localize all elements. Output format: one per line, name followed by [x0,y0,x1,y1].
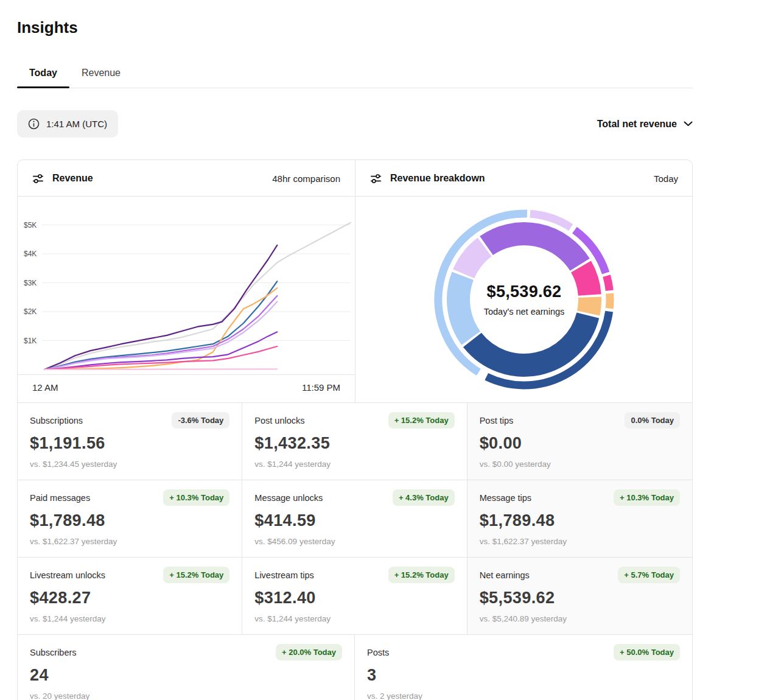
tab-revenue[interactable]: Revenue [69,68,133,88]
change-badge: + 5.7% Today [618,567,680,583]
stat-label: Message unlocks [254,493,323,503]
change-badge: + 20.0% Today [276,644,342,660]
revenue-range-label: 48hr comparison [272,173,340,184]
time-chip-label: 1:41 AM (UTC) [46,119,107,129]
stat-card-livestream-tips: Livestream tips + 15.2% Today $312.40 vs… [242,558,467,634]
change-badge: 0.0% Today [625,412,680,429]
breakdown-card-header: Revenue breakdown Today [355,160,693,197]
stat-value: $1,191.56 [30,434,229,453]
stat-label: Post tips [480,416,514,425]
stats-row-4: Subscribers + 20.0% Today 24 vs. 20 yest… [18,635,692,700]
svg-text:$2K: $2K [24,307,37,316]
stat-label: Paid messages [30,493,90,503]
stat-label: Posts [367,648,389,657]
change-badge: + 15.2% Today [388,412,455,429]
stat-card-net-earnings: Net earnings + 5.7% Today $5,539.62 vs. … [468,558,692,634]
stat-value: $414.59 [254,511,454,530]
metric-selector[interactable]: Total net revenue [597,119,693,130]
stat-compare: vs. $1,234.45 yesterday [30,460,229,469]
stat-value: 3 [367,666,680,685]
stat-compare: vs. 2 yesterday [367,691,680,700]
svg-text:$1K: $1K [24,337,37,345]
charts-row: Revenue 48hr comparison $1K$2K$3K$4K$5K … [18,160,692,403]
x-axis-start-label: 12 AM [32,382,58,393]
change-badge: + 50.0% Today [614,644,680,660]
toolbar: 1:41 AM (UTC) Total net revenue [17,110,693,138]
stat-label: Livestream unlocks [30,570,105,580]
stat-compare: vs. $5,240.89 yesterday [480,614,680,623]
chevron-down-icon [684,121,693,127]
svg-text:$5K: $5K [24,221,37,229]
tune-icon [32,174,44,183]
change-badge: + 4.3% Today [393,489,455,506]
stat-value: $428.27 [30,589,229,607]
revenue-card-title: Revenue [32,173,93,184]
stat-label: Subscribers [30,648,77,657]
change-badge: -3.6% Today [172,412,229,429]
revenue-donut-chart[interactable]: $5,539.62 Today's net earnings [355,197,693,402]
stat-value: $1,789.48 [480,511,680,530]
stat-label: Message tips [480,493,531,503]
revenue-breakdown-card: Revenue breakdown Today $5,539.62 Today'… [355,160,693,402]
stats-row-1: Subscriptions -3.6% Today $1,191.56 vs. … [18,403,692,480]
stat-card-posts: Posts + 50.0% Today 3 vs. 2 yesterday [355,635,692,700]
stat-value: $312.40 [254,589,454,607]
change-badge: + 10.3% Today [614,489,680,506]
stats-row-2: Paid messages + 10.3% Today $1,789.48 vs… [18,480,692,558]
breakdown-card-title: Revenue breakdown [370,173,485,184]
info-icon [28,118,40,130]
stat-label: Net earnings [480,570,530,580]
revenue-chart-card: Revenue 48hr comparison $1K$2K$3K$4K$5K … [18,160,355,402]
stat-card-paid-messages: Paid messages + 10.3% Today $1,789.48 vs… [18,480,242,557]
tune-icon [370,174,382,183]
stat-card-livestream-unlocks: Livestream unlocks + 15.2% Today $428.27… [18,558,242,634]
time-chip[interactable]: 1:41 AM (UTC) [17,110,118,138]
stat-value: 24 [30,666,342,685]
x-axis-end-label: 11:59 PM [302,382,340,393]
stat-card-message-tips: Message tips + 10.3% Today $1,789.48 vs.… [468,480,692,557]
stat-value: $1,789.48 [30,511,229,530]
change-badge: + 15.2% Today [163,567,229,583]
stat-compare: vs. $456.09 yesterday [254,537,454,546]
stat-label: Post unlocks [254,416,304,425]
stat-card-post-tips: Post tips 0.0% Today $0.00 vs. $0.00 yes… [468,403,692,480]
stat-compare: vs. $1,622.37 yesterday [30,537,229,546]
stat-value: $5,539.62 [480,589,680,607]
change-badge: + 10.3% Today [163,489,229,506]
change-badge: + 15.2% Today [388,567,455,583]
stat-card-subscriptions: Subscriptions -3.6% Today $1,191.56 vs. … [18,403,242,480]
revenue-x-axis: 12 AM 11:59 PM [18,374,355,402]
stat-compare: vs. $1,622.37 yesterday [480,537,680,546]
metric-selector-label: Total net revenue [597,119,677,130]
stat-value: $0.00 [480,434,680,453]
revenue-card-header: Revenue 48hr comparison [18,160,355,197]
stat-label: Subscriptions [30,416,83,425]
stat-compare: vs. $1,244 yesterday [254,614,454,623]
stat-card-subscribers: Subscribers + 20.0% Today 24 vs. 20 yest… [18,635,355,700]
stat-compare: vs. $1,244 yesterday [254,460,454,469]
stat-label: Livestream tips [254,570,314,580]
svg-text:$4K: $4K [24,250,37,258]
stat-card-post-unlocks: Post unlocks + 15.2% Today $1,432.35 vs.… [242,403,467,480]
stats-row-3: Livestream unlocks + 15.2% Today $428.27… [18,558,692,635]
insights-panel: Revenue 48hr comparison $1K$2K$3K$4K$5K … [17,159,693,700]
stat-compare: vs. $0.00 yesterday [480,460,680,469]
stat-value: $1,432.35 [254,434,454,453]
revenue-line-chart[interactable]: $1K$2K$3K$4K$5K [18,197,355,374]
stat-compare: vs. $1,244 yesterday [30,614,229,623]
page-title: Insights [17,18,693,37]
insights-page: Insights Today Revenue 1:41 AM (UTC) Tot… [0,18,767,700]
stat-compare: vs. 20 yesterday [30,691,342,700]
svg-text:$3K: $3K [24,279,37,287]
tab-today[interactable]: Today [17,68,69,88]
breakdown-range-label: Today [654,173,678,184]
tab-bar: Today Revenue [17,68,693,88]
stat-card-message-unlocks: Message unlocks + 4.3% Today $414.59 vs.… [242,480,467,557]
